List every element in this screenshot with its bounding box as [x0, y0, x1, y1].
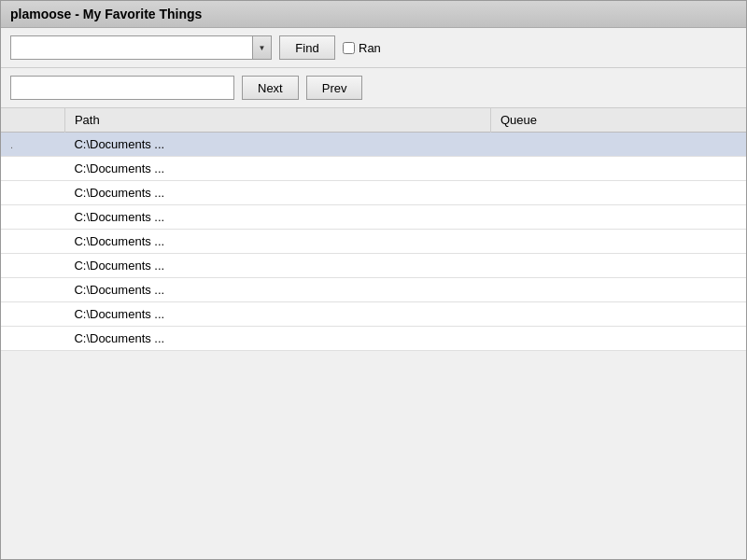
- table-row[interactable]: C:\Documents ...: [1, 157, 746, 181]
- random-checkbox-label[interactable]: Ran: [343, 41, 381, 55]
- table-row[interactable]: C:\Documents ...: [1, 254, 746, 278]
- col-header-queue: Queue: [490, 108, 746, 133]
- cell-num: [1, 327, 64, 351]
- table-row[interactable]: C:\Documents ...: [1, 278, 746, 302]
- table-row[interactable]: C:\Documents ...: [1, 230, 746, 254]
- prev-button[interactable]: Prev: [306, 76, 363, 100]
- table-header-row: Path Queue: [1, 108, 746, 133]
- file-table-container[interactable]: Path Queue .C:\Documents ...C:\Documents…: [1, 108, 746, 559]
- file-table: Path Queue .C:\Documents ...C:\Documents…: [1, 108, 746, 351]
- table-body: .C:\Documents ...C:\Documents ...C:\Docu…: [1, 133, 746, 351]
- filter-row: Next Prev: [1, 68, 746, 108]
- cell-path: C:\Documents ...: [64, 254, 490, 278]
- cell-path: C:\Documents ...: [64, 278, 490, 302]
- filter-input[interactable]: [10, 76, 234, 100]
- cell-num: [1, 254, 64, 278]
- cell-path: C:\Documents ...: [64, 157, 490, 181]
- cell-num: [1, 230, 64, 254]
- cell-path: C:\Documents ...: [64, 230, 490, 254]
- cell-num: [1, 302, 64, 327]
- cell-num: [1, 278, 64, 302]
- window-title: plamoose - My Favorite Things: [10, 7, 202, 21]
- cell-queue: [490, 157, 746, 181]
- toolbar: ▼ Find Ran: [1, 28, 746, 68]
- col-header-num: [1, 108, 64, 133]
- cell-num: .: [1, 133, 64, 157]
- cell-queue: [490, 230, 746, 254]
- cell-num: [1, 205, 64, 230]
- cell-path: C:\Documents ...: [64, 205, 490, 230]
- search-input[interactable]: [11, 39, 252, 57]
- title-bar: plamoose - My Favorite Things: [1, 1, 746, 28]
- random-checkbox[interactable]: [343, 42, 355, 54]
- table-row[interactable]: C:\Documents ...: [1, 302, 746, 327]
- search-dropdown[interactable]: ▼: [10, 35, 272, 60]
- table-row[interactable]: .C:\Documents ...: [1, 133, 746, 157]
- random-label: Ran: [359, 41, 381, 55]
- find-button[interactable]: Find: [279, 35, 335, 60]
- cell-queue: [490, 254, 746, 278]
- cell-queue: [490, 302, 746, 327]
- cell-queue: [490, 205, 746, 230]
- cell-num: [1, 157, 64, 181]
- cell-path: C:\Documents ...: [64, 302, 490, 327]
- cell-queue: [490, 278, 746, 302]
- table-row[interactable]: C:\Documents ...: [1, 181, 746, 205]
- table-row[interactable]: C:\Documents ...: [1, 205, 746, 230]
- main-window: plamoose - My Favorite Things ▼ Find Ran…: [0, 0, 747, 560]
- next-button[interactable]: Next: [242, 76, 299, 100]
- cell-queue: [490, 327, 746, 351]
- cell-num: [1, 181, 64, 205]
- cell-path: C:\Documents ...: [64, 181, 490, 205]
- cell-queue: [490, 133, 746, 157]
- col-header-path: Path: [64, 108, 490, 133]
- cell-queue: [490, 181, 746, 205]
- dropdown-arrow-icon[interactable]: ▼: [252, 36, 271, 59]
- table-row[interactable]: C:\Documents ...: [1, 327, 746, 351]
- cell-path: C:\Documents ...: [64, 327, 490, 351]
- cell-path: C:\Documents ...: [64, 133, 490, 157]
